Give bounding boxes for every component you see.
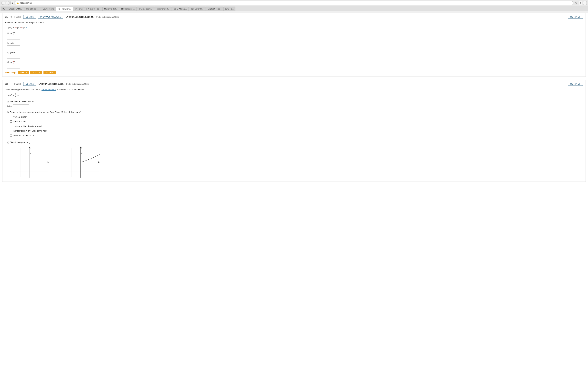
tab-signup[interactable]: Sign Up for Ch... [189,7,206,11]
tab-masteringbio[interactable]: Mastering Biol... [102,7,119,11]
cb-reflection-label: reflection in the x-axis [13,133,34,137]
part-d-label: (d) g [7,61,12,63]
part-b-label-12: (b) Describe the sequence of transformat… [7,111,81,113]
problem-11-need-help: Need Help? Read It Watch It Master It [5,70,583,74]
graph-box-1: y 4 [7,146,53,179]
problem-12-part-a-input[interactable] [13,104,29,108]
back-button[interactable]: ‹ [1,1,5,5]
problem-11-header: 11. [0/4 Points] DETAILS PREVIOUS ANSWER… [5,15,583,19]
tab-ch17[interactable]: Chapter 17 Ma... [7,7,24,11]
part-d-paren-close: ) [14,61,15,63]
reload-button[interactable]: ↻ [574,1,578,5]
tab-table[interactable]: The table belo... [24,7,41,11]
problem-12-points: [−/4 Points] [10,83,20,85]
parent-functions-link[interactable]: parent functions [41,88,56,91]
problem-11-part-d-input[interactable] [7,65,20,68]
svg-text:y: y [81,146,82,149]
cb-horizontal-shift-label: horizontal shift of 4 units to the right [13,129,47,133]
browser-chrome: ‹ › ☰ 🔒 webassign.net ↻ ⬆ + DU Chapter 1… [0,0,588,11]
svg-text:4: 4 [81,152,82,154]
cb-horizontal-shift[interactable] [10,130,12,132]
watch-it-button[interactable]: Watch It [30,71,42,74]
tab-myhome[interactable]: My Home [73,7,85,11]
problem-11-my-notes-button[interactable]: MY NOTES [568,15,583,19]
problem-12-my-notes-button[interactable]: MY NOTES [568,82,583,86]
master-it-button[interactable]: Master It [43,71,56,74]
cb-horizontal-shift-row: horizontal shift of 4 units to the right [10,129,583,133]
cb-vertical-stretch[interactable] [10,116,12,118]
problem-12-part-b: (b) Describe the sequence of transformat… [7,110,583,137]
problem-12-container: 12. [−/4 Points] DETAILS LARPCALC10CR 1.… [2,80,586,182]
tab-partb[interactable]: Part B Which E... [171,7,189,11]
tab-refinal[interactable]: Re-Final Exam... [56,7,73,11]
read-it-button[interactable]: Read It [18,71,29,74]
problem-11-part-c: (c) g(−6) [7,51,583,58]
problem-12-number: 12. [5,83,8,85]
cb-vertical-stretch-label: vertical stretch [13,115,27,119]
cb-reflection[interactable] [10,134,12,137]
svg-marker-9 [29,147,31,148]
problem-11-prev-answers-button[interactable]: PREVIOUS ANSWERS [38,15,63,19]
svg-marker-21 [80,147,81,148]
cb-vertical-shift-up-label: vertical shift of 4 units upward [13,124,42,128]
fn-plus: + [24,26,26,29]
fn-coeff: −9 [14,26,17,29]
problem-11-part-b-input[interactable] [7,45,20,49]
problem-12-submissions: 0/100 Submissions Used [66,83,89,85]
fn-inner: x + [18,26,21,29]
problem-12-intro: The function g is related to one of the … [5,88,583,92]
problem-11-details-button[interactable]: DETAILS [23,15,36,19]
problem-12-details-button[interactable]: DETAILS [23,82,36,86]
url-text: webassign.net [20,2,32,4]
problem-11-function: g(x) = −9⟦x + 6⟧ + 6 [8,26,583,30]
problem-12-header: 12. [−/4 Points] DETAILS LARPCALC10CR 1.… [5,82,583,86]
part-c-label-12: (c) Sketch the graph of g. [7,141,31,143]
forward-button[interactable]: › [6,1,9,5]
cb-vertical-shift-up-row: vertical shift of 4 units upward [10,124,583,128]
graph-area: y 4 [7,146,583,179]
fn-plus-six: 6 [26,26,27,29]
cb-vertical-shrink[interactable] [10,120,12,123]
tab-flashcards[interactable]: 11 Flashcards -... [119,7,137,11]
cb-vertical-shift-up[interactable] [10,125,12,127]
fn-six: 6 [21,26,23,29]
problem-11-part-c-input[interactable] [7,55,20,59]
graph-svg-2: y 4 [58,146,104,179]
problem-11-instruction: Evaluate the function for the given valu… [5,21,583,25]
tab-homework[interactable]: Homework Hel... [154,7,171,11]
problem-11-id: LARPCALC10CR 1.6.030.MI. [66,16,94,18]
cb-vertical-shrink-row: vertical shrink [10,120,583,123]
cb-vertical-shrink-label: vertical shrink [13,120,26,123]
svg-text:4: 4 [30,152,31,154]
problem-11-container: 11. [0/4 Points] DETAILS PREVIOUS ANSWER… [2,13,586,77]
part-a-input-row: f(x) = [7,104,583,108]
part-a-label-12: (a) Identify the parent function f. [7,100,37,103]
intro2-text: described in an earlier section. [57,88,86,91]
new-tab-button[interactable]: + [583,1,587,5]
browser-actions: ⬆ + [579,1,587,5]
part-b-label: (b) g(5) [7,42,14,44]
part-a-label: (a) g [7,32,12,34]
tab-276[interactable]: (276) - d... [224,7,235,11]
tab-du[interactable]: DU [1,7,7,11]
part-c-label: (c) g(−6) [7,51,15,54]
address-bar[interactable]: 🔒 webassign.net [15,1,573,5]
problem-11-points: [0/4 Points] [10,16,20,18]
tab-drag[interactable]: Drag the appro... [137,7,154,11]
tab-coursehome[interactable]: Course Home [41,7,56,11]
tab-170over7[interactable]: 170 over 7 - Go... [85,7,102,11]
svg-marker-10 [48,162,49,163]
tab-login[interactable]: Log In | Course... [206,7,223,11]
sidebar-toggle-button[interactable]: ☰ [10,1,14,5]
share-button[interactable]: ⬆ [579,1,582,5]
problem-12-function: g(x) = 14√x [8,93,583,98]
cb-vertical-stretch-row: vertical stretch [10,115,583,119]
graph-box-2: y 4 [58,146,104,179]
fn12-fraction: 14 [15,93,17,98]
problem-11-part-a-input[interactable] [7,36,20,40]
browser-toolbar: ‹ › ☰ 🔒 webassign.net ↻ ⬆ + [0,0,588,6]
lock-icon: 🔒 [17,2,19,4]
fn-var-g: g(x) = [8,26,14,29]
problem-12-body: The function g is related to one of the … [5,88,583,179]
problem-11-body: Evaluate the function for the given valu… [5,21,583,74]
